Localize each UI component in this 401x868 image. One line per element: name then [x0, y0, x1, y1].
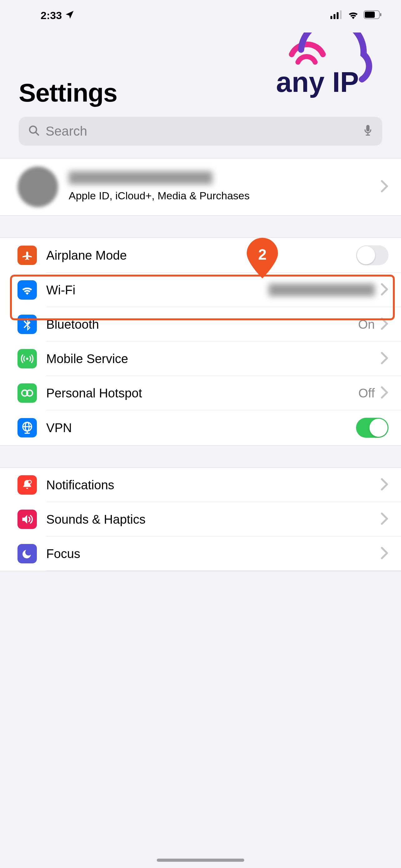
status-bar: 2:33: [0, 0, 401, 28]
search-input[interactable]: [45, 124, 357, 139]
svg-text:any: any: [276, 67, 325, 98]
vpn-row[interactable]: VPN: [0, 410, 401, 445]
anyip-logo: any IP: [270, 32, 382, 101]
battery-icon: [364, 9, 382, 22]
airplane-mode-row[interactable]: Airplane Mode: [0, 238, 401, 273]
avatar: [18, 166, 58, 207]
svg-rect-0: [330, 16, 332, 19]
wifi-label: Wi-Fi: [46, 283, 269, 297]
wifi-row[interactable]: Wi-Fi: [0, 273, 401, 307]
wifi-network-name-blurred: [269, 284, 375, 296]
personal-hotspot-row[interactable]: Personal Hotspot Off: [0, 376, 401, 410]
chevron-right-icon: [380, 352, 389, 366]
chevron-right-icon: [380, 283, 389, 297]
personal-hotspot-value: Off: [358, 386, 375, 400]
account-section: Apple ID, iCloud+, Media & Purchases: [0, 158, 401, 216]
chevron-right-icon: [380, 386, 389, 400]
status-time: 2:33: [41, 9, 62, 22]
vpn-globe-icon: [18, 418, 37, 437]
vpn-label: VPN: [46, 421, 356, 435]
wifi-icon: [347, 9, 359, 22]
chevron-right-icon: [380, 317, 389, 331]
chevron-right-icon: [380, 547, 389, 561]
focus-label: Focus: [46, 547, 380, 561]
svg-rect-2: [337, 12, 338, 19]
sounds-haptics-row[interactable]: Sounds & Haptics: [0, 502, 401, 536]
location-arrow-icon: [65, 9, 74, 22]
mobile-service-row[interactable]: Mobile Service: [0, 342, 401, 376]
airplane-mode-toggle[interactable]: [356, 245, 389, 265]
bluetooth-label: Bluetooth: [46, 317, 358, 332]
svg-rect-11: [366, 125, 370, 131]
bluetooth-icon: [18, 315, 37, 334]
hotspot-icon: [18, 383, 37, 403]
focus-row[interactable]: Focus: [0, 536, 401, 571]
connectivity-section: Airplane Mode Wi-Fi Bluetooth On Mobile …: [0, 238, 401, 445]
svg-line-10: [36, 132, 39, 135]
apple-id-row[interactable]: Apple ID, iCloud+, Media & Purchases: [0, 158, 401, 215]
airplane-icon: [18, 246, 37, 265]
alerts-section: Notifications Sounds & Haptics Focus: [0, 467, 401, 571]
chevron-right-icon: [380, 513, 389, 526]
bluetooth-row[interactable]: Bluetooth On: [0, 307, 401, 342]
svg-rect-6: [380, 13, 381, 16]
chevron-right-icon: [380, 180, 389, 194]
speaker-icon: [18, 509, 37, 529]
notifications-label: Notifications: [46, 478, 380, 492]
chevron-right-icon: [380, 478, 389, 492]
search-icon: [28, 125, 40, 138]
moon-icon: [18, 544, 37, 563]
svg-rect-3: [340, 10, 342, 19]
sounds-haptics-label: Sounds & Haptics: [46, 513, 380, 526]
bluetooth-value: On: [358, 317, 375, 332]
mobile-service-label: Mobile Service: [46, 352, 380, 366]
notifications-bell-icon: [18, 475, 37, 495]
antenna-icon: [18, 349, 37, 368]
microphone-icon[interactable]: [363, 124, 373, 138]
account-subtitle: Apple ID, iCloud+, Media & Purchases: [69, 189, 380, 203]
svg-point-22: [28, 480, 31, 484]
svg-rect-1: [334, 14, 335, 19]
search-bar[interactable]: [19, 117, 382, 146]
account-name-blurred: [69, 171, 212, 184]
wifi-settings-icon: [18, 280, 37, 300]
svg-point-14: [26, 358, 28, 360]
vpn-toggle[interactable]: [356, 418, 389, 438]
airplane-mode-label: Airplane Mode: [46, 248, 356, 262]
notifications-row[interactable]: Notifications: [0, 468, 401, 502]
home-indicator[interactable]: [157, 859, 244, 862]
svg-text:IP: IP: [332, 67, 359, 98]
personal-hotspot-label: Personal Hotspot: [46, 386, 358, 400]
svg-rect-5: [365, 11, 375, 18]
page-title: Settings: [19, 78, 117, 107]
cellular-icon: [330, 9, 343, 22]
